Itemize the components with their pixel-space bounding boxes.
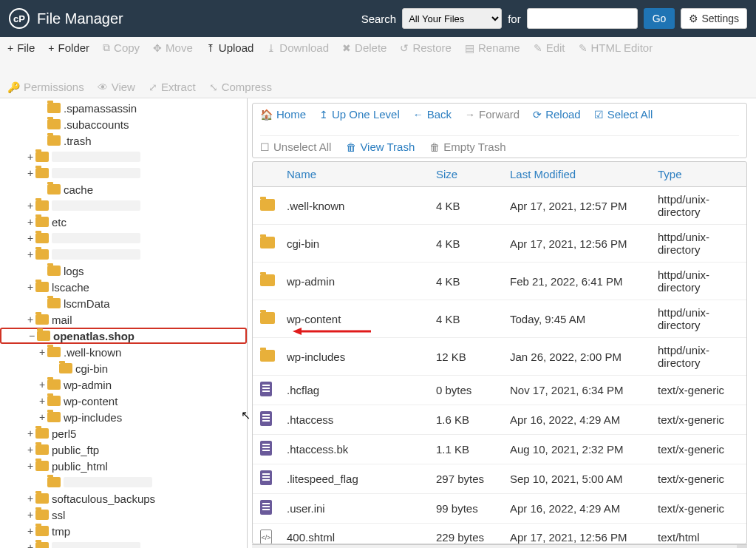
rename-btn-icon: ▤ xyxy=(465,42,474,54)
tree-toggle-icon[interactable]: + xyxy=(37,346,47,358)
tree-toggle-icon[interactable]: + xyxy=(25,444,35,456)
tree-item[interactable]: + xyxy=(0,246,247,263)
tree-label: public_ftp xyxy=(52,444,99,456)
tree-toggle-icon[interactable]: + xyxy=(25,216,35,228)
document-icon xyxy=(260,500,272,515)
empty-trash-button[interactable]: 🗑Empty Trash xyxy=(429,141,505,153)
col-modified[interactable]: Last Modified xyxy=(503,162,650,186)
view-trash-button[interactable]: 🗑View Trash xyxy=(346,141,415,153)
tree-toggle-icon[interactable]: + xyxy=(37,395,47,407)
tree-toggle-icon[interactable]: + xyxy=(25,493,35,504)
tree-item[interactable]: +tmp xyxy=(0,523,247,539)
tree-toggle-icon[interactable]: + xyxy=(25,427,35,439)
folder-btn[interactable]: +Folder xyxy=(48,41,89,54)
tree-item[interactable]: +wp-content xyxy=(0,393,247,409)
tree-item[interactable] xyxy=(0,474,247,490)
search-scope-select[interactable]: All Your Files xyxy=(402,8,502,29)
table-row[interactable]: .htaccess1.6 KBApr 16, 2022, 4:29 AMtext… xyxy=(253,405,746,435)
tree-item[interactable]: −openatlas.shop xyxy=(0,328,247,344)
tree-item[interactable]: +public_ftp xyxy=(0,442,247,458)
table-row[interactable]: cgi-bin4 KBApr 17, 2021, 12:56 PMhttpd/u… xyxy=(253,225,746,263)
tree-item[interactable]: .subaccounts xyxy=(0,116,247,132)
tree-item[interactable]: + xyxy=(0,149,247,165)
tree-toggle-icon[interactable]: + xyxy=(37,379,47,390)
tree-item[interactable]: + xyxy=(0,197,247,214)
tree-item[interactable]: +lscache xyxy=(0,279,247,295)
col-size[interactable]: Size xyxy=(429,162,503,186)
up-one-level-button[interactable]: ↥Up One Level xyxy=(319,108,400,121)
back-button[interactable]: ←Back xyxy=(413,108,452,121)
tree-toggle-icon[interactable]: + xyxy=(25,232,35,244)
table-row[interactable]: .htaccess.bk1.1 KBAug 10, 2021, 2:32 PMt… xyxy=(253,435,746,464)
tree-toggle-icon[interactable]: + xyxy=(37,411,47,423)
document-icon xyxy=(260,470,272,485)
unselect-all-button[interactable]: ☐Unselect All xyxy=(260,141,331,153)
tree-toggle-icon[interactable]: + xyxy=(25,167,35,179)
folder-tree-pane[interactable]: .spamassassin.subaccounts.trash++cache++… xyxy=(0,98,248,548)
select-all-button[interactable]: ☑Select All xyxy=(594,108,653,121)
tree-toggle-icon[interactable]: + xyxy=(25,509,35,521)
tree-toggle-icon[interactable]: + xyxy=(25,281,35,293)
tree-item[interactable]: +softaculous_backups xyxy=(0,490,247,507)
upload-btn[interactable]: ⤒Upload xyxy=(206,41,254,54)
forward-button[interactable]: →Forward xyxy=(465,108,520,121)
table-row[interactable]: wp-content4 KBToday, 9:45 AMhttpd/unix-d… xyxy=(253,300,746,338)
tree-label: .subaccounts xyxy=(64,118,129,131)
tree-label: wp-includes xyxy=(64,411,122,424)
permissions-btn: 🔑Permissions xyxy=(7,81,84,93)
cell-size: 4 KB xyxy=(429,231,503,256)
tree-item[interactable]: lscmData xyxy=(0,295,247,311)
settings-button[interactable]: ⚙ Settings xyxy=(681,8,747,29)
document-icon xyxy=(260,441,272,456)
table-row[interactable]: .litespeed_flag297 bytesSep 10, 2021, 5:… xyxy=(253,464,746,494)
back-icon: ← xyxy=(413,109,423,121)
cell-modified: Apr 16, 2022, 4:29 AM xyxy=(503,407,650,432)
search-input[interactable] xyxy=(527,8,638,29)
tree-item[interactable]: cgi-bin xyxy=(0,360,247,376)
tree-item[interactable]: +.well-known xyxy=(0,344,247,360)
tree-item[interactable]: + xyxy=(0,230,247,246)
tree-item[interactable]: +wp-admin xyxy=(0,376,247,393)
file-btn[interactable]: +File xyxy=(7,41,35,54)
folder-icon xyxy=(47,119,61,129)
table-row[interactable]: .user.ini99 bytesApr 16, 2022, 4:29 AMte… xyxy=(253,494,746,524)
tree-item[interactable]: + xyxy=(0,165,247,181)
tree-toggle-icon[interactable]: − xyxy=(27,330,37,342)
cell-modified: Apr 17, 2021, 12:56 PM xyxy=(503,231,650,256)
document-icon xyxy=(260,382,272,396)
tree-item[interactable]: +wp-includes xyxy=(0,409,247,425)
file-table[interactable]: .well-known4 KBApr 17, 2021, 12:57 PMhtt… xyxy=(252,187,747,544)
folder-icon xyxy=(35,233,49,243)
table-row[interactable]: wp-includes12 KBJan 26, 2022, 2:00 PMhtt… xyxy=(253,338,746,376)
tree-toggle-icon[interactable]: + xyxy=(25,248,35,260)
col-type[interactable]: Type xyxy=(650,162,746,186)
tree-item[interactable]: +etc xyxy=(0,214,247,230)
table-row[interactable]: .well-known4 KBApr 17, 2021, 12:57 PMhtt… xyxy=(253,187,746,225)
folder-icon xyxy=(47,135,61,146)
table-row[interactable]: </>400.shtml229 bytesApr 17, 2021, 12:56… xyxy=(253,524,746,544)
table-row[interactable]: .hcflag0 bytesNov 17, 2021, 6:34 PMtext/… xyxy=(253,376,746,405)
tree-toggle-icon[interactable]: + xyxy=(25,541,35,548)
tree-item[interactable]: .trash xyxy=(0,132,247,149)
tree-item[interactable]: + xyxy=(0,539,247,548)
tree-item[interactable]: +public_html xyxy=(0,458,247,474)
tree-toggle-icon[interactable]: + xyxy=(25,200,35,212)
tree-toggle-icon[interactable]: + xyxy=(25,314,35,325)
reload-button[interactable]: ⟳Reload xyxy=(533,108,581,121)
home-button[interactable]: 🏠Home xyxy=(260,108,306,121)
cell-modified: Sep 10, 2021, 5:00 AM xyxy=(503,467,650,491)
tree-toggle-icon[interactable]: + xyxy=(25,151,35,163)
tree-item[interactable]: cache xyxy=(0,181,247,197)
tree-toggle-icon[interactable]: + xyxy=(25,525,35,537)
horizontal-scrollbar[interactable] xyxy=(252,544,747,548)
col-name[interactable]: Name xyxy=(279,162,429,186)
edit-btn: ✎Edit xyxy=(534,41,565,54)
tree-item[interactable]: .spamassassin xyxy=(0,100,247,116)
tree-item[interactable]: logs xyxy=(0,263,247,279)
go-button[interactable]: Go xyxy=(644,8,675,29)
tree-item[interactable]: +mail xyxy=(0,311,247,328)
tree-toggle-icon[interactable]: + xyxy=(25,460,35,472)
table-row[interactable]: wp-admin4 KBFeb 21, 2022, 6:41 PMhttpd/u… xyxy=(253,263,746,300)
tree-item[interactable]: +perl5 xyxy=(0,425,247,442)
tree-item[interactable]: +ssl xyxy=(0,507,247,523)
